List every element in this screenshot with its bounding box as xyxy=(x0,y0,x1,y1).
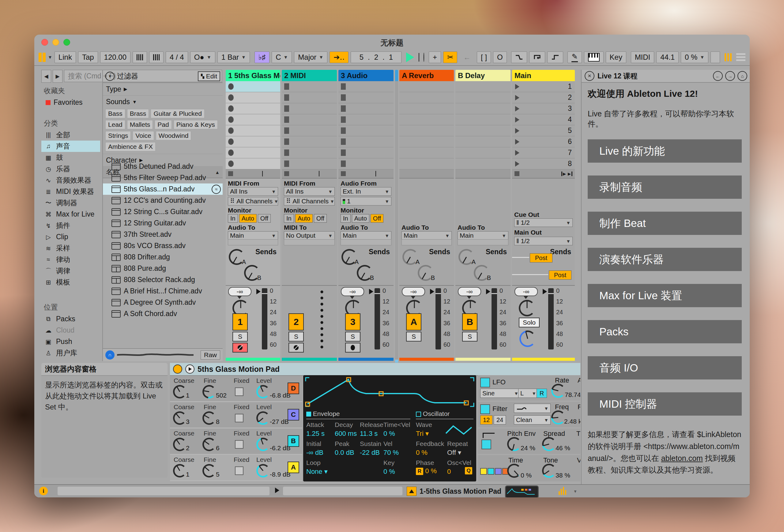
root-note-menu[interactable]: C▼ xyxy=(272,52,292,63)
arrangement-position-field[interactable]: 5.2.1 xyxy=(351,52,401,63)
monitor-off-button[interactable]: Off xyxy=(370,214,384,223)
lesson-link[interactable]: 演奏软件乐器 xyxy=(588,248,742,271)
tag-chip[interactable]: Woodwind xyxy=(156,131,191,140)
count-in-button[interactable] xyxy=(149,52,164,63)
operator-c-button[interactable]: C xyxy=(287,409,299,421)
sidebar-item-packs[interactable]: ⧉Packs xyxy=(41,313,100,325)
wave-menu[interactable]: Tri ▾ xyxy=(416,430,429,438)
lesson-link[interactable]: Live 的新功能 xyxy=(588,139,742,163)
arrangement-record-button[interactable] xyxy=(424,53,424,62)
send-b-knob[interactable]: B xyxy=(357,265,373,281)
volume-field[interactable]: -∞ xyxy=(402,287,425,296)
hot-swap-icon[interactable]: ≈ xyxy=(212,185,221,194)
clip-record-slot[interactable] xyxy=(226,158,280,169)
cpu-meter[interactable]: 0 %▼ xyxy=(681,52,708,63)
quantize-menu[interactable]: 1 Bar▼ xyxy=(218,52,250,63)
scene-row[interactable]: 6 xyxy=(512,136,575,147)
clip-stop-slot[interactable] xyxy=(282,158,337,169)
clip-stop-slot[interactable] xyxy=(282,114,337,125)
preview-waveform[interactable] xyxy=(117,352,194,358)
automation-mode-button[interactable] xyxy=(511,52,527,63)
track-activate-button[interactable]: A xyxy=(406,313,421,331)
volume-field[interactable]: -∞ xyxy=(458,287,481,296)
clip-record-slot[interactable] xyxy=(226,92,280,103)
tag-chip[interactable]: Mallets xyxy=(127,120,153,129)
volume-fader[interactable] xyxy=(436,288,441,349)
lesson-link[interactable]: MIDI 控制器 xyxy=(588,392,742,416)
oscillator-section-icon[interactable] xyxy=(416,412,421,417)
tempo-follower-chevron-icon[interactable]: ▼ xyxy=(48,55,52,60)
feedback-value[interactable]: 0 % xyxy=(416,449,427,457)
envelope-graph[interactable] xyxy=(303,375,476,409)
track-header[interactable]: 2 MIDI xyxy=(282,70,337,81)
retrigger-button[interactable]: R xyxy=(416,468,423,475)
info-icon[interactable]: i xyxy=(39,487,48,495)
solo-button[interactable]: S xyxy=(232,332,248,341)
envelope-section-icon[interactable] xyxy=(306,412,311,417)
scene-row[interactable]: 3 xyxy=(512,103,575,114)
send-a-knob[interactable]: A xyxy=(341,249,357,265)
filter-slope-12-button[interactable]: 12 xyxy=(480,415,493,424)
volume-fader[interactable] xyxy=(548,288,554,349)
scene-play-icon[interactable] xyxy=(515,128,520,134)
scene-row[interactable]: 5 xyxy=(512,125,575,136)
tag-chip[interactable]: Guitar & Plucked xyxy=(151,109,204,118)
track-header[interactable]: 3 Audio xyxy=(338,70,394,81)
level-knob[interactable] xyxy=(256,464,270,477)
repeat-menu[interactable]: Off ▾ xyxy=(447,449,461,457)
device-on-button[interactable] xyxy=(173,364,182,374)
output-type-menu[interactable]: Main▼ xyxy=(457,231,508,240)
tone-value[interactable]: 38 % xyxy=(556,472,570,479)
fixed-checkbox[interactable] xyxy=(235,414,244,422)
input-channel-menu[interactable]: ⠿ All Channels▼ xyxy=(284,197,335,205)
pitch-env-knob[interactable] xyxy=(507,437,521,451)
filter-on-checkbox[interactable] xyxy=(480,404,490,414)
key-value[interactable]: 0 % xyxy=(384,468,395,476)
main-out-menu[interactable]: ‖ 1/2▼ xyxy=(514,237,573,245)
fixed-checkbox[interactable] xyxy=(235,387,244,396)
tempo-follower-icon[interactable] xyxy=(38,53,46,62)
track-header[interactable]: A Reverb xyxy=(399,70,454,81)
volume-field[interactable]: -∞ xyxy=(514,287,538,296)
scene-play-icon[interactable] xyxy=(515,106,520,111)
key-signature-button[interactable]: ♭♯ xyxy=(254,52,270,63)
track-activate-button[interactable]: 1 xyxy=(232,313,248,331)
midi-map-button[interactable]: MIDI xyxy=(631,52,654,63)
empty-clip-slot[interactable] xyxy=(455,125,510,136)
lfo-rate-knob[interactable] xyxy=(551,384,565,398)
sidebar-item-samples[interactable]: ≋采样 xyxy=(41,243,100,254)
clip-record-slot[interactable] xyxy=(226,114,280,125)
input-channel-menu[interactable]: 1▼ xyxy=(340,197,391,205)
clip-record-slot[interactable] xyxy=(226,136,280,147)
clip-stop-slot[interactable] xyxy=(338,158,394,169)
osc-vel-value[interactable]: 0 xyxy=(447,468,451,476)
stop-all-icon[interactable] xyxy=(514,171,520,176)
clip-record-slot[interactable] xyxy=(226,81,280,92)
clip-stop-slot[interactable] xyxy=(282,92,337,103)
clip-stop-slot[interactable] xyxy=(282,125,337,136)
lfo-shape-menu[interactable]: Sine▼ xyxy=(480,389,521,398)
output-type-menu[interactable]: No Output▼ xyxy=(284,231,335,240)
fine-knob[interactable] xyxy=(202,411,216,425)
tag-chip[interactable]: Pad xyxy=(155,120,171,129)
play-button[interactable] xyxy=(406,52,414,62)
lfo-rate-value[interactable]: 78.74 xyxy=(565,391,580,398)
scene-play-icon[interactable] xyxy=(515,95,520,101)
sidebar-item-tuning[interactable]: ⌒调律 xyxy=(41,265,100,277)
empty-clip-slot[interactable] xyxy=(455,92,510,103)
sidebar-item-all[interactable]: |||全部 xyxy=(41,129,100,141)
clip-stop-slot[interactable] xyxy=(338,125,394,136)
pitch-on-checkbox[interactable] xyxy=(481,440,491,449)
pitch-env-value[interactable]: 24 % xyxy=(521,444,535,452)
collapsed-track-divider[interactable] xyxy=(395,70,398,363)
selected-device-icon[interactable] xyxy=(407,487,417,496)
operator-a-select-icon[interactable] xyxy=(480,468,487,475)
tag-chip[interactable]: Bass xyxy=(105,109,125,118)
lfo-dest-menu[interactable]: L▼ xyxy=(518,389,538,398)
empty-clip-slot[interactable] xyxy=(455,136,510,147)
initial-value[interactable]: -∞ dB xyxy=(306,449,324,457)
scene-row[interactable]: 1 xyxy=(512,81,575,92)
quantize-osc-button[interactable]: Q xyxy=(465,467,472,474)
sidebar-item-push[interactable]: ▣Push xyxy=(41,336,100,347)
sidebar-item-plugins[interactable]: ↯插件 xyxy=(41,220,100,231)
